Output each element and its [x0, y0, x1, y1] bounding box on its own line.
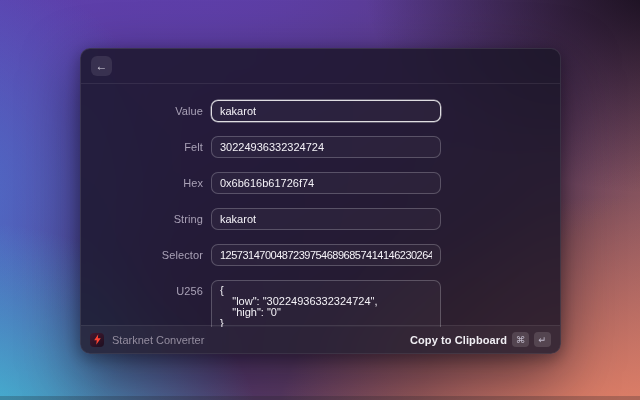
- app-name: Starknet Converter: [112, 334, 204, 346]
- form-row-u256: U256 { "low": "30224936332324724", "high…: [81, 280, 560, 327]
- hex-input[interactable]: [211, 172, 441, 194]
- screen-bottom-edge: [0, 396, 640, 400]
- felt-input[interactable]: [211, 136, 441, 158]
- form-row-felt: Felt: [81, 136, 560, 158]
- back-button[interactable]: ←: [91, 56, 112, 76]
- felt-label: Felt: [81, 141, 203, 153]
- app-window: ← Value Felt Hex String Selector U256 { …: [80, 48, 561, 354]
- command-key-icon: ⌘: [512, 332, 529, 347]
- selector-label: Selector: [81, 249, 203, 261]
- hex-label: Hex: [81, 177, 203, 189]
- form-row-hex: Hex: [81, 172, 560, 194]
- selector-input[interactable]: [211, 244, 441, 266]
- string-label: String: [81, 213, 203, 225]
- back-arrow-icon: ←: [96, 60, 108, 72]
- copy-to-clipboard-label: Copy to Clipboard: [410, 334, 507, 346]
- string-input[interactable]: [211, 208, 441, 230]
- return-key-icon: ↵: [534, 332, 551, 347]
- u256-textarea[interactable]: { "low": "30224936332324724", "high": "0…: [211, 280, 441, 327]
- form-row-value: Value: [81, 100, 560, 122]
- footer-bar: Starknet Converter Copy to Clipboard ⌘ ↵: [81, 325, 560, 353]
- u256-label: U256: [81, 285, 203, 297]
- lightning-bolt-icon: [90, 333, 104, 347]
- value-label: Value: [81, 105, 203, 117]
- value-input[interactable]: [211, 100, 441, 122]
- copy-to-clipboard-button[interactable]: Copy to Clipboard ⌘ ↵: [410, 332, 551, 347]
- form-row-selector: Selector: [81, 244, 560, 266]
- form-row-string: String: [81, 208, 560, 230]
- form-content: Value Felt Hex String Selector U256 { "l…: [81, 84, 560, 327]
- titlebar: ←: [81, 49, 560, 84]
